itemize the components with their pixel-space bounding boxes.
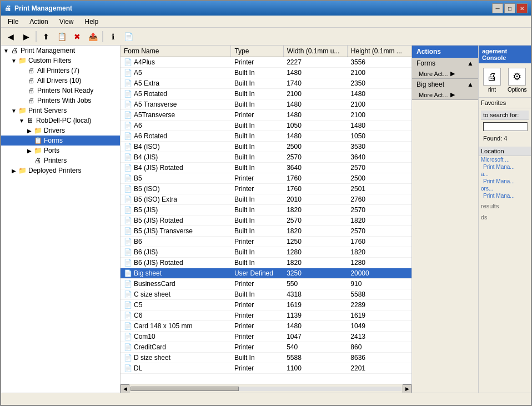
table-row[interactable]: 📄DLPrinter11002201 [121, 363, 411, 374]
favorites-tab[interactable]: Favorites [481, 99, 506, 106]
scroll-right-button[interactable]: ▶ [403, 384, 411, 393]
table-row[interactable]: 📄B6 (JIS)Built In12801820 [121, 247, 411, 258]
expand-robdell[interactable]: ▼ [18, 117, 26, 124]
table-row[interactable]: 📄B5 (JIS)Built In18202570 [121, 205, 411, 215]
cell-height: 20000 [347, 268, 411, 279]
location-item-1[interactable]: a... [479, 171, 531, 178]
table-row[interactable]: 📄B4 (JIS)Built In25703640 [121, 152, 411, 163]
table-row[interactable]: 📄CreditCardPrinter540860 [121, 342, 411, 353]
col-type[interactable]: Type [231, 46, 283, 57]
tree-item-drivers[interactable]: ▶ 📁 Drivers [1, 126, 120, 136]
table-row[interactable]: 📄A6 RotatedBuilt In14801050 [121, 131, 411, 142]
expand-print-servers[interactable]: ▼ [10, 107, 18, 114]
help-button[interactable]: ℹ [106, 30, 120, 43]
tree-item-ports[interactable]: ▶ 📁 Ports [1, 146, 120, 156]
cell-form-name: 📄CreditCard [121, 342, 231, 353]
title-bar-controls: ─ □ ✕ [492, 3, 528, 13]
tree-item-all-printers[interactable]: 🖨 All Printers (7) [1, 66, 120, 76]
table-row[interactable]: 📄B4 (ISO)Built In25003530 [121, 142, 411, 152]
table-row[interactable]: 📄B5 (ISO) ExtraBuilt In20102760 [121, 194, 411, 205]
actions-forms-more[interactable]: More Act... ▶ [412, 69, 478, 78]
maximize-button[interactable]: □ [504, 3, 515, 13]
expand-drivers[interactable]: ▶ [26, 127, 33, 134]
menu-view[interactable]: View [55, 17, 78, 27]
table-row[interactable]: 📄C6Printer11391619 [121, 310, 411, 321]
col-form-name[interactable]: Form Name [121, 46, 231, 57]
table-row[interactable]: 📄A5 RotatedBuilt In21001480 [121, 89, 411, 99]
actions-section-bigsheet-header[interactable]: Big sheet ▲ [412, 79, 478, 90]
scroll-left-button[interactable]: ◀ [121, 384, 129, 393]
properties-button[interactable]: 📋 [54, 30, 69, 43]
menu-action[interactable]: Action [25, 17, 52, 27]
menu-help[interactable]: Help [81, 17, 103, 27]
back-button[interactable]: ◀ [3, 30, 18, 43]
table-row[interactable]: 📄Big sheetUser Defined325020000 [121, 268, 411, 279]
tree-item-robdell[interactable]: ▼ 🖥 RobDell-PC (local) [1, 116, 120, 126]
col-height[interactable]: Height (0.1mm ... [347, 46, 411, 57]
search-input[interactable] [483, 122, 528, 131]
table-row[interactable]: 📄C5Printer16192289 [121, 300, 411, 310]
expand-forms[interactable] [26, 137, 33, 144]
expand-all-drivers[interactable] [19, 77, 27, 84]
tree-item-deployed[interactable]: ▶ 📁 Deployed Printers [1, 166, 120, 176]
expand-root[interactable]: ▼ [2, 47, 10, 54]
cell-width: 1100 [283, 363, 347, 374]
horizontal-scrollbar[interactable]: ◀ ▶ [121, 384, 411, 393]
table-row[interactable]: 📄BusinessCardPrinter550910 [121, 279, 411, 289]
expand-custom[interactable]: ▼ [10, 57, 18, 64]
expand-deployed[interactable]: ▶ [10, 167, 18, 174]
export-button[interactable]: 📤 [86, 30, 100, 43]
close-button[interactable]: ✕ [516, 3, 528, 13]
table-row[interactable]: 📄D size sheetBuilt In55888636 [121, 353, 411, 363]
scroll-track[interactable] [131, 387, 401, 391]
tree-item-printers[interactable]: 🖨 Printers [1, 156, 120, 166]
tree-item-forms[interactable]: 📋 Forms [1, 136, 120, 146]
table-row[interactable]: 📄A5TransversePrinter14802100 [121, 110, 411, 121]
table-row[interactable]: 📄B5 (JIS) TransverseBuilt In18202570 [121, 226, 411, 237]
table-row[interactable]: 📄B4 (JIS) RotatedBuilt In36402570 [121, 163, 411, 173]
cell-form-name: 📄C6 [121, 310, 231, 321]
minimize-button[interactable]: ─ [492, 3, 503, 13]
table-row[interactable]: 📄A6Built In10501480 [121, 121, 411, 131]
forward-button[interactable]: ▶ [19, 30, 33, 43]
col-width[interactable]: Width (0.1mm u... [283, 46, 347, 57]
location-item-2[interactable]: ors... [479, 185, 531, 192]
location-sub-2[interactable]: Print Mana... [479, 192, 531, 199]
tree-item-root[interactable]: ▼ 🖨 Print Management [1, 46, 120, 56]
location-sub-0[interactable]: Print Mana... [479, 163, 531, 171]
table-row[interactable]: 📄B6Printer12501760 [121, 237, 411, 247]
table-row[interactable]: 📄A4PlusPrinter22273556 [121, 57, 411, 68]
expand-ports[interactable]: ▶ [26, 147, 33, 154]
table-row[interactable]: 📄Com10Printer10472413 [121, 332, 411, 342]
table-row[interactable]: 📄A5 TransverseBuilt In14802100 [121, 99, 411, 110]
actions-bigsheet-more[interactable]: More Act... ▶ [412, 90, 478, 99]
up-button[interactable]: ⬆ [39, 30, 53, 43]
table-row[interactable]: 📄Card 148 x 105 mmPrinter14801049 [121, 321, 411, 332]
tree-item-custom[interactable]: ▼ 📁 Custom Filters [1, 56, 120, 66]
cell-form-name: 📄B5 (JIS) [121, 205, 231, 215]
tree-item-with-jobs[interactable]: 🖨 Printers With Jobs [1, 96, 120, 106]
location-item-0[interactable]: Microsoft ... [479, 156, 531, 163]
expand-with-jobs[interactable] [19, 97, 27, 104]
tree-item-print-servers[interactable]: ▼ 📁 Print Servers [1, 106, 120, 116]
table-row[interactable]: 📄C size sheetBuilt In43185588 [121, 289, 411, 300]
tree-item-all-drivers[interactable]: 🖨 All Drivers (10) [1, 76, 120, 86]
expand-all-printers[interactable] [19, 67, 27, 74]
location-sub-1[interactable]: Print Mana... [479, 178, 531, 185]
tree-item-not-ready[interactable]: 🖨 Printers Not Ready [1, 86, 120, 96]
table-row[interactable]: 📄A5Built In14802100 [121, 68, 411, 78]
table-row[interactable]: 📄B5Printer17602500 [121, 173, 411, 184]
print-icon-btn[interactable]: 🖨 rint [481, 66, 503, 95]
table-row[interactable]: 📄A5 ExtraBuilt In17402350 [121, 78, 411, 89]
table-row[interactable]: 📄B6 (JIS) RotatedBuilt In18201280 [121, 258, 411, 268]
table-row[interactable]: 📄B5 (JIS) RotatedBuilt In25701820 [121, 215, 411, 226]
menu-file[interactable]: File [3, 17, 23, 27]
actions-section-forms-header[interactable]: Forms ▲ [412, 58, 478, 69]
expand-printers[interactable] [26, 157, 33, 164]
expand-not-ready[interactable] [19, 87, 27, 94]
options-icon-btn[interactable]: ⚙ Options [505, 66, 529, 95]
table-container[interactable]: Form Name Type Width (0.1mm u... Height … [121, 46, 411, 384]
new-button[interactable]: 📄 [121, 30, 135, 43]
table-row[interactable]: 📄B5 (ISO)Printer17602501 [121, 184, 411, 194]
delete-button[interactable]: ✖ [70, 30, 84, 43]
